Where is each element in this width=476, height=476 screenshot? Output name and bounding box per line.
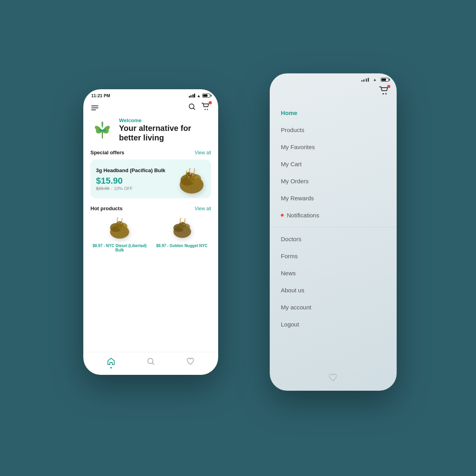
menu-item-logout-label: Logout	[281, 321, 299, 328]
menu-item-cart[interactable]: My Cart	[270, 155, 397, 173]
menu-item-doctors[interactable]: Doctors	[270, 230, 397, 248]
status-icons: ▲	[189, 94, 210, 98]
menu-item-home[interactable]: Home	[270, 104, 397, 121]
menu-wifi-icon: ▲	[373, 77, 377, 82]
menu-item-products-label: Products	[281, 127, 304, 133]
hamburger-menu-button[interactable]	[91, 106, 98, 110]
menu-item-news-label: News	[281, 270, 296, 276]
offer-product-image	[174, 165, 205, 193]
product-card-1[interactable]: $8.97 - NYC Diesel (Libertad) Bulk	[90, 215, 149, 252]
bottom-nav	[83, 352, 218, 375]
offer-price: $15.90	[96, 176, 165, 186]
svg-point-18	[116, 221, 123, 228]
nav-active-dot	[110, 367, 112, 369]
menu-item-news[interactable]: News	[270, 265, 397, 282]
special-offers-header: Special offers View all	[90, 150, 211, 155]
menu-signal-icon	[361, 78, 369, 82]
menu-item-account-label: My account	[281, 304, 311, 311]
svg-point-3	[207, 109, 208, 110]
nav-search[interactable]	[146, 357, 155, 369]
svg-point-29	[382, 93, 384, 95]
menu-item-account[interactable]: My account	[270, 299, 397, 316]
svg-point-20	[121, 223, 122, 224]
offer-name: 3g Headband (Pacifica) Bulk	[96, 167, 165, 173]
welcome-tagline: Your alternative for better living	[119, 123, 211, 142]
menu-cart-button[interactable]	[379, 86, 389, 97]
menu-item-home-label: Home	[281, 109, 298, 116]
signal-icon	[189, 94, 196, 98]
wifi-icon: ▲	[197, 94, 201, 98]
cart-button[interactable]	[202, 103, 210, 113]
menu-item-products[interactable]: Products	[270, 121, 397, 138]
status-bar: 11:21 PM ▲	[83, 89, 218, 100]
battery-icon	[202, 94, 210, 98]
svg-point-13	[188, 177, 190, 178]
hot-products-title: Hot products	[90, 205, 123, 211]
phone-menu: ▲ Home Products	[270, 73, 397, 391]
offer-discount-label: 10% OFF	[114, 186, 132, 191]
menu-item-forms-label: Forms	[281, 253, 298, 259]
menu-favorites-button[interactable]	[328, 372, 338, 384]
menu-bottom-nav	[270, 366, 397, 391]
welcome-text: Welcome Your alternative for better livi…	[119, 117, 211, 142]
offer-original-price: $20.00	[96, 186, 109, 191]
product-card-2[interactable]: $8.97 - Golden Nugget NYC	[153, 215, 211, 252]
menu-item-notifications[interactable]: Notifications	[270, 207, 397, 224]
menu-item-about[interactable]: About us	[270, 282, 397, 299]
menu-item-about-label: About us	[281, 287, 304, 294]
menu-navigation-list: Home Products My Favorites My Cart My Or…	[270, 100, 397, 366]
svg-point-14	[195, 177, 196, 178]
phone-main: 11:21 PM ▲	[83, 89, 218, 375]
menu-item-cart-label: My Cart	[281, 161, 302, 167]
menu-item-favorites[interactable]: My Favorites	[270, 138, 397, 155]
special-offers-view-all[interactable]: View all	[195, 150, 211, 155]
nav-favorites[interactable]	[186, 357, 195, 369]
menu-item-orders[interactable]: My Orders	[270, 173, 397, 190]
welcome-section: Welcome Your alternative for better livi…	[90, 116, 211, 142]
status-time: 11:21 PM	[91, 93, 110, 98]
menu-item-orders-label: My Orders	[281, 178, 309, 184]
menu-battery-icon	[381, 78, 389, 82]
special-offers-title: Special offers	[90, 150, 124, 155]
hot-products-view-all[interactable]: View all	[195, 206, 211, 211]
svg-point-2	[205, 109, 206, 110]
svg-point-26	[183, 224, 184, 225]
offer-card[interactable]: 3g Headband (Pacifica) Bulk $15.90 $20.0…	[90, 159, 211, 198]
offer-discount: -	[111, 186, 113, 191]
scene: 11:21 PM ▲	[60, 50, 416, 426]
svg-point-25	[180, 222, 182, 223]
phone-header	[83, 100, 218, 116]
menu-item-doctors-label: Doctors	[281, 236, 301, 242]
svg-point-24	[178, 222, 186, 228]
svg-line-28	[152, 363, 154, 365]
brand-logo	[90, 117, 114, 141]
hot-products-header: Hot products View all	[90, 205, 211, 211]
menu-item-forms[interactable]: Forms	[270, 248, 397, 265]
menu-divider	[270, 227, 397, 227]
phone-content: Welcome Your alternative for better livi…	[83, 116, 218, 352]
nav-home[interactable]	[107, 357, 115, 369]
svg-line-1	[194, 108, 195, 110]
menu-item-logout[interactable]: Logout	[270, 316, 397, 333]
menu-cart-badge	[387, 85, 390, 88]
menu-header	[270, 83, 397, 100]
menu-item-rewards[interactable]: My Rewards	[270, 190, 397, 207]
product-2-label: $8.97 - Golden Nugget NYC	[156, 244, 207, 248]
svg-point-12	[192, 175, 194, 176]
svg-point-19	[118, 222, 119, 223]
menu-status-bar: ▲	[270, 73, 397, 83]
offer-info: 3g Headband (Pacifica) Bulk $15.90 $20.0…	[96, 167, 165, 191]
hot-products-grid: $8.97 - NYC Diesel (Libertad) Bulk $8	[90, 215, 211, 252]
menu-item-notifications-label: Notifications	[287, 212, 319, 219]
product-1-label: $8.97 - NYC Diesel (Libertad) Bulk	[90, 244, 149, 252]
search-button[interactable]	[188, 103, 196, 113]
header-actions	[188, 103, 210, 113]
menu-item-favorites-label: My Favorites	[281, 144, 315, 150]
svg-point-11	[190, 173, 191, 175]
cart-badge	[209, 101, 212, 104]
notification-dot	[281, 214, 284, 217]
welcome-label: Welcome	[119, 117, 211, 123]
svg-point-30	[385, 93, 387, 95]
menu-item-rewards-label: My Rewards	[281, 195, 314, 202]
